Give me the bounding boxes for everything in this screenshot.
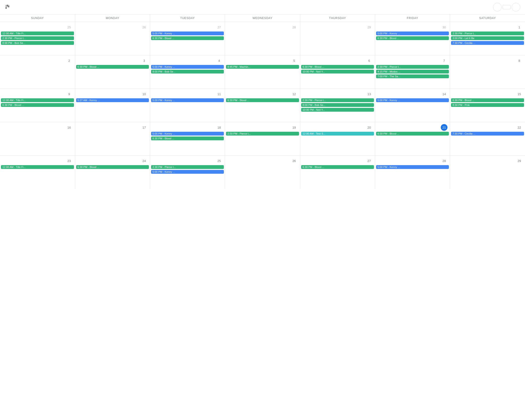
day-number: 19 — [226, 123, 299, 131]
day-of-week-header: THURSDAY — [300, 15, 375, 22]
day-number: 26 — [76, 23, 149, 31]
day-number: 27 — [301, 157, 374, 165]
calendar-day-cell[interactable]: 2 — [0, 55, 75, 89]
day-of-week-header: MONDAY — [75, 15, 150, 22]
day-number: 12 — [226, 90, 299, 98]
calendar-day-cell[interactable]: 66:30 PM - Blood ...10:00 PM - Neil Y... — [300, 55, 375, 89]
calendar-day-cell[interactable]: 29 — [450, 156, 525, 189]
events-container: 5:00 PM - Kenny ...6:30 PM - Blood ... — [151, 31, 224, 41]
calendar-event[interactable]: 2:30 PM - Pierce t... — [376, 65, 449, 69]
calendar-day-cell[interactable]: 2012:00 AM - Test S... — [300, 122, 375, 156]
calendar-event[interactable]: 3:00 PM - Let It Be — [451, 36, 524, 40]
calendar-day-cell[interactable]: 105:27 AM - Kenny ... — [75, 89, 150, 122]
calendar-event[interactable]: 12:00 AM - Test S... — [301, 132, 374, 136]
today-button[interactable] — [503, 5, 511, 9]
calendar-event[interactable]: 5:00 PM - Kenny ... — [376, 165, 449, 169]
calendar-day-cell[interactable]: 276:30 PM - Blood ... — [300, 156, 375, 189]
day-number: 14 — [376, 90, 449, 98]
calendar-event[interactable]: 6:30 PM - Blood ... — [451, 98, 524, 102]
calendar-day-cell[interactable]: 185:00 PM - Kenny ...6:30 PM - Blood ... — [150, 122, 225, 156]
calendar-event[interactable]: 5:00 PM - Kenny ... — [151, 31, 224, 35]
calendar-event[interactable]: 10:00 PM - Neil Y... — [301, 70, 374, 74]
calendar-event[interactable]: 5:00 PM - Kenny ... — [151, 132, 224, 136]
calendar-event[interactable]: 6:30 PM - Blood ... — [376, 132, 449, 136]
calendar-day-cell[interactable]: 28 — [225, 22, 300, 55]
calendar-event[interactable]: 5:00 PM - Kenny ... — [376, 98, 449, 102]
calendar-day-cell[interactable]: 126:30 PM - Blood ... — [225, 89, 300, 122]
events-container: 8:45 PM - Machin... — [226, 65, 299, 69]
calendar-day-cell[interactable]: 2312:00 AM - Title Fi... — [0, 156, 75, 189]
prev-month-button[interactable] — [493, 3, 502, 11]
calendar-event[interactable]: 5:00 PM - Kenny ... — [151, 170, 224, 174]
calendar-event[interactable]: 12:00 AM - Title Fi... — [1, 165, 74, 169]
calendar-event[interactable]: 5:00 PM - Kenny ... — [151, 98, 224, 102]
day-number: 15 — [451, 90, 524, 98]
calendar-event[interactable]: 2:30 PM - Pierce t... — [301, 98, 374, 102]
calendar-day-cell[interactable]: 285:00 PM - Kenny ... — [375, 156, 450, 189]
calendar-event[interactable]: 7:00 PM - The Sa... — [376, 75, 449, 78]
calendar-day-cell[interactable]: 246:30 PM - Blood ... — [75, 156, 150, 189]
calendar-event[interactable]: 6:30 PM - Blood ... — [76, 65, 149, 69]
calendar-event[interactable]: 6:30 PM - Blood ... — [226, 98, 299, 102]
calendar-day-cell[interactable]: 29 — [300, 22, 375, 55]
calendar-event[interactable]: 8:00 PM - Bob Se... — [151, 70, 224, 74]
day-number: 13 — [301, 90, 374, 98]
day-number: 22 — [451, 123, 524, 131]
calendar-day-cell[interactable]: 156:30 PM - Blood ...8:30 PM - Pink — [450, 89, 525, 122]
calendar-day-cell[interactable]: 2512:00 AM - Title Fi...2:30 PM - Pierce… — [0, 22, 75, 55]
calendar-day-cell[interactable]: 26 — [225, 156, 300, 189]
calendar-day-cell[interactable]: 216:30 PM - Blood ... — [375, 122, 450, 156]
calendar-event[interactable]: 8:45 PM - Machin... — [226, 65, 299, 69]
filter-icon[interactable] — [5, 4, 10, 10]
calendar-day-cell[interactable]: 145:00 PM - Kenny ... — [375, 89, 450, 122]
calendar-event[interactable]: 6:30 PM - Blood ... — [301, 165, 374, 169]
calendar-day-cell[interactable]: 58:45 PM - Machin... — [225, 55, 300, 89]
day-of-week-header: TUESDAY — [150, 15, 225, 22]
calendar-event[interactable]: 2:30 PM - Pierce t... — [1, 36, 74, 40]
day-number: 10 — [76, 90, 149, 98]
calendar-day-cell[interactable]: 8 — [450, 55, 525, 89]
calendar-event[interactable]: 10:00 PM - Neil Y... — [301, 108, 374, 112]
events-container: 2:30 PM - Pierce t... — [226, 132, 299, 136]
calendar-event[interactable]: 2:30 PM - Pierce t... — [226, 132, 299, 136]
calendar-event[interactable]: 6:30 PM - Blood ... — [1, 103, 74, 107]
calendar-event[interactable]: 6:30 PM - Blood ... — [151, 137, 224, 140]
calendar-event[interactable]: 4:15 PM - Modos ... — [376, 70, 449, 74]
calendar-event[interactable]: 6:30 PM - Blood ... — [301, 65, 374, 69]
calendar-day-cell[interactable]: 132:30 PM - Pierce t...8:00 PM - Bob Se.… — [300, 89, 375, 122]
calendar-day-cell[interactable]: 275:00 PM - Kenny ...6:30 PM - Blood ... — [150, 22, 225, 55]
calendar-day-cell[interactable]: 12:30 PM - Pierce t...3:00 PM - Let It B… — [450, 22, 525, 55]
events-container: 12:00 AM - Title Fi...6:30 PM - Blood ..… — [1, 98, 74, 107]
calendar-event[interactable]: 8:00 PM - Bob Se... — [301, 103, 374, 107]
calendar-day-cell[interactable]: 115:00 PM - Kenny ... — [150, 89, 225, 122]
calendar-day-cell[interactable]: 45:00 PM - Kenny ...8:00 PM - Bob Se... — [150, 55, 225, 89]
calendar-event[interactable]: 2:30 PM - Pierce t... — [451, 31, 524, 35]
calendar-event[interactable]: 5:00 PM - Kenny ... — [151, 65, 224, 69]
calendar-day-cell[interactable]: 252:30 PM - Pierce t...5:00 PM - Kenny .… — [150, 156, 225, 189]
calendar-day-cell[interactable]: 26 — [75, 22, 150, 55]
day-number: 24 — [76, 157, 149, 165]
calendar-event[interactable]: 6:30 PM - Blood ... — [151, 36, 224, 40]
calendar-day-cell[interactable]: 192:30 PM - Pierce t... — [225, 122, 300, 156]
calendar-event[interactable]: 6:30 PM - Blood ... — [376, 36, 449, 40]
calendar-event[interactable]: 12:00 AM - Title Fi... — [1, 31, 74, 35]
calendar-event[interactable]: 8:00 PM - Bob Se... — [1, 41, 74, 45]
calendar-day-cell[interactable]: 17 — [75, 122, 150, 156]
calendar-day-cell[interactable]: 72:30 PM - Pierce t...4:15 PM - Modos ..… — [375, 55, 450, 89]
calendar-event[interactable]: 6:30 PM - Blood ... — [76, 165, 149, 169]
calendar-event[interactable]: 5:27 AM - Kenny ... — [76, 98, 149, 102]
day-number: 26 — [226, 157, 299, 165]
events-container: 6:30 PM - Blood ... — [301, 165, 374, 169]
next-month-button[interactable] — [512, 3, 520, 11]
calendar-day-cell[interactable]: 36:30 PM - Blood ... — [75, 55, 150, 89]
calendar-day-cell[interactable]: 227:30 PM - Cecilia ... — [450, 122, 525, 156]
calendar-event[interactable]: 2:30 PM - Pierce t... — [151, 165, 224, 169]
calendar-event[interactable]: 12:00 AM - Title Fi... — [1, 98, 74, 102]
calendar-day-cell[interactable]: 305:00 PM - Kenny ...6:30 PM - Blood ... — [375, 22, 450, 55]
calendar-event[interactable]: 7:30 PM - Cecilia ... — [451, 41, 524, 45]
calendar-event[interactable]: 5:00 PM - Kenny ... — [376, 31, 449, 35]
calendar-day-cell[interactable]: 912:00 AM - Title Fi...6:30 PM - Blood .… — [0, 89, 75, 122]
calendar-day-cell[interactable]: 16 — [0, 122, 75, 156]
calendar-event[interactable]: 8:30 PM - Pink — [451, 103, 524, 107]
calendar-event[interactable]: 7:30 PM - Cecilia ... — [451, 132, 524, 136]
